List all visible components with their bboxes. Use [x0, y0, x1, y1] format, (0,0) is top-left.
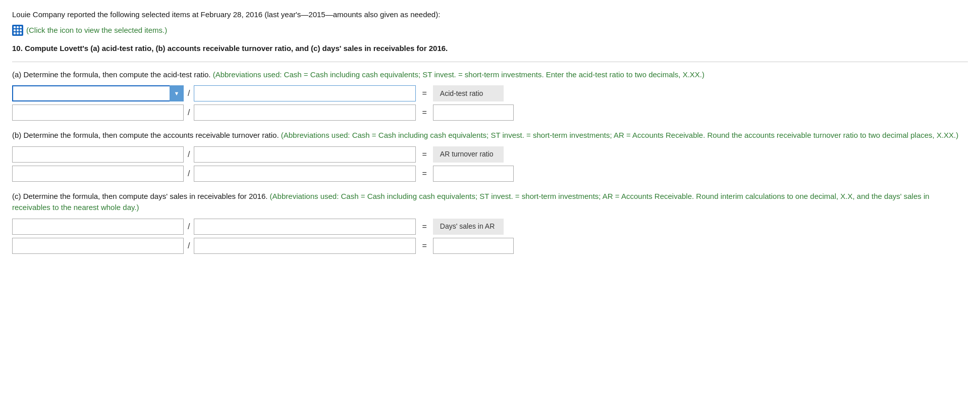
section-b-equals2: =: [419, 168, 429, 180]
section-c-label: (c) Determine the formula, then compute …: [12, 191, 968, 214]
section-c-result-label: Days' sales in AR: [433, 219, 504, 235]
section-a-label-black: (a) Determine the formula, then compute …: [12, 70, 211, 79]
section-b-result-input[interactable]: [433, 166, 514, 182]
section-a-equals1: =: [419, 87, 429, 99]
section-c-slash2: /: [187, 240, 191, 252]
section-a: (a) Determine the formula, then compute …: [12, 69, 968, 121]
section-a-result-label: Acid-test ratio: [433, 85, 504, 101]
intro-text: Louie Company reported the following sel…: [12, 9, 968, 21]
section-a-equals2: =: [419, 107, 429, 119]
divider: [12, 62, 968, 62]
section-c-equals1: =: [419, 221, 429, 233]
section-c-label-black: (c) Determine the formula, then compute …: [12, 192, 267, 200]
section-a-slash1: /: [187, 87, 191, 99]
section-c: (c) Determine the formula, then compute …: [12, 191, 968, 254]
section-b-label-green: (Abbreviations used: Cash = Cash includi…: [279, 131, 959, 139]
section-c-row1-right[interactable]: [194, 219, 416, 235]
section-b-row2-left[interactable]: [12, 166, 184, 182]
section-b-label: (b) Determine the formula, then compute …: [12, 130, 968, 141]
section-a-formula-row1: / = Acid-test ratio: [12, 85, 968, 101]
section-b: (b) Determine the formula, then compute …: [12, 130, 968, 182]
section-a-select-wrapper[interactable]: [12, 85, 184, 101]
section-c-row1-left[interactable]: [12, 219, 184, 235]
section-a-numerator-input[interactable]: [194, 85, 416, 101]
section-c-row2-right[interactable]: [194, 238, 416, 254]
section-a-slash2: /: [187, 107, 191, 119]
section-a-row2-right[interactable]: [194, 104, 416, 121]
section-b-row1-right[interactable]: [194, 146, 416, 163]
grid-icon[interactable]: [12, 25, 23, 36]
section-c-row2-left[interactable]: [12, 238, 184, 254]
click-icon-row[interactable]: (Click the icon to view the selected ite…: [12, 25, 968, 36]
section-b-slash1: /: [187, 148, 191, 161]
section-a-row2-left[interactable]: [12, 104, 184, 121]
section-b-equals1: =: [419, 148, 429, 161]
section-c-slash1: /: [187, 221, 191, 233]
section-b-label-black: (b) Determine the formula, then compute …: [12, 131, 279, 139]
section-a-label-green: (Abbreviations used: Cash = Cash includi…: [211, 70, 705, 79]
section-b-formula-row2: / =: [12, 166, 968, 182]
click-icon-text[interactable]: (Click the icon to view the selected ite…: [26, 25, 167, 36]
question-text: 10. Compute Lovett's (a) acid-test ratio…: [12, 43, 968, 55]
section-a-formula-row2: / =: [12, 104, 968, 121]
section-a-select[interactable]: [12, 85, 184, 101]
section-a-label: (a) Determine the formula, then compute …: [12, 69, 968, 81]
section-b-row2-right[interactable]: [194, 166, 416, 182]
section-b-formula-row1: / = AR turnover ratio: [12, 146, 968, 163]
section-a-result-input[interactable]: [433, 104, 514, 121]
section-b-slash2: /: [187, 168, 191, 180]
section-c-formula-row2: / =: [12, 238, 968, 254]
section-b-row1-left[interactable]: [12, 146, 184, 163]
section-c-result-input[interactable]: [433, 238, 514, 254]
section-c-formula-row1: / = Days' sales in AR: [12, 219, 968, 235]
section-c-equals2: =: [419, 240, 429, 252]
section-b-result-label: AR turnover ratio: [433, 146, 504, 163]
